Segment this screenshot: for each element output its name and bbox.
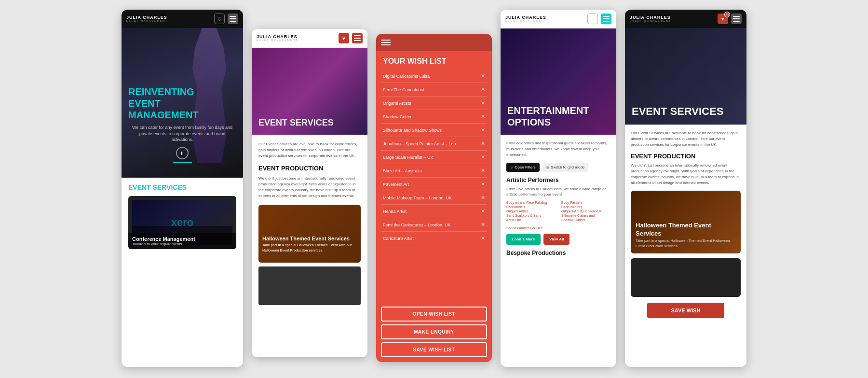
wish-item-remove-7[interactable]: ✕ [481,154,485,160]
phone2-body: Our Event Services are available to book… [252,135,367,312]
wish-item-remove-5[interactable]: ✕ [481,127,485,133]
phone3-header [376,34,492,51]
link-origami-uk[interactable]: Origami-Artists-for-Hire-UK [561,210,610,213]
link-shadow-cutters[interactable]: Shadow Cutters [561,218,610,222]
wish-item-label-9: Pavement Art [383,182,409,187]
view-all-button[interactable]: View All [543,234,570,245]
link-body-painters[interactable]: Body Painters [561,201,610,204]
menu-icon-3[interactable] [381,38,391,47]
wishlist-icon-1[interactable]: ♡ [214,14,225,24]
wish-item-remove-12[interactable]: ✕ [481,222,485,228]
grid-mode-button[interactable]: ⊞ Switch to grid mode [542,163,588,172]
phone4-hero-desc: From celebrities and inspirational guest… [506,140,610,158]
wish-item-4: Shadow Cutter ✕ [381,110,487,124]
wish-item-label-13: Caricature Artist [383,236,414,241]
wish-item-12: Femi the Caricaturist – London, UK ✕ [381,218,487,232]
phone-5: JULIA CHARLES EVENT MANAGEMENT ♥ 13 EVEN… [625,10,746,367]
halloween-card-desc: Take part in a special Halloween Themed … [262,243,357,253]
wish-item-label-1: Digital Caricaturist Luisa [383,74,430,79]
wish-item-remove-3[interactable]: ✕ [481,100,485,106]
wish-item-remove-11[interactable]: ✕ [481,208,485,214]
wish-list-title: YOUR WISH LIST [376,51,492,70]
link-caricaturists[interactable]: Caricaturists [506,205,556,209]
phone5-halloween-card[interactable]: Halloween Themed Event Services Take par… [631,191,741,253]
phone1-header: JULIA CHARLES EVENT MANAGEMENT ♡ [122,10,243,28]
phone2-header: JULIA CHARLES EVENT MANAGEMENT ♥ [252,29,367,48]
artistic-performers-title: Artistic Performers [506,177,610,183]
phone1-hero: REINVENTING EVENT MANAGEMENT We can cate… [122,28,243,178]
wish-item-remove-1[interactable]: ✕ [481,73,485,79]
header-icons-2: ♥ [339,33,363,43]
phone5-hero: EVENT SERVICES [625,28,746,125]
wish-item-label-12: Femi the Caricaturist – London, UK [383,223,451,227]
wish-item-remove-13[interactable]: ✕ [481,235,485,241]
wish-item-remove-6[interactable]: ✕ [481,140,485,147]
wish-item-remove-4[interactable]: ✕ [481,113,485,120]
hero-content-1: REINVENTING EVENT MANAGEMENT We can cate… [128,86,236,163]
julia-charles-logo-5: JULIA CHARLES EVENT MANAGEMENT [630,15,671,22]
hero-desc-1: We can cater for any event from family f… [128,125,236,143]
phone2-production-title: EVENT PRODUCTION [258,165,361,172]
phone5-halloween-title: Halloween Themed Event Services [636,222,736,238]
wish-list-container: Digital Caricaturist Luisa ✕ Femi The Ca… [376,70,492,302]
open-wish-list-button[interactable]: Open Wish List [381,307,487,322]
pause-button-1[interactable]: ⏸ [128,147,236,159]
phone2-hero-desc: Our Event Services are available to book… [258,141,361,159]
pause-circle[interactable]: ⏸ [176,147,189,159]
wish-item-remove-9[interactable]: ✕ [481,181,485,187]
wish-item-label-4: Shadow Cutter [383,114,412,119]
wish-item-remove-2[interactable]: ✕ [481,86,485,93]
julia-charles-logo-4: JULIA CHARLES EVENT MANAGEMENT [505,15,547,22]
link-speed-painters[interactable]: Speed Painters For Hire [506,226,610,230]
wishlist-icon-2[interactable]: ♥ [339,33,349,43]
save-wish-list-button[interactable]: Save Wish List [381,342,487,357]
wish-item-5: Silhouette and Shadow Shows ✕ [381,124,487,137]
link-artist-hire[interactable]: Artist Hire [506,218,556,222]
phone-2: JULIA CHARLES EVENT MANAGEMENT ♥ EVENT S… [252,29,367,357]
conference-card[interactable]: xero Conference Management Tailored to y… [128,196,236,249]
wish-actions: Open Wish List Make Enquiry Save Wish Li… [376,302,492,362]
filter-bar: ⌄ Open Filters ⊞ Switch to grid mode [506,163,610,172]
link-sand-sculptors[interactable]: Sand Sculptors & Sand [506,214,556,217]
header-icons-5: ♥ 13 [718,14,742,24]
save-wish-bar: Save Wish [631,303,741,318]
wishlist-icon-5[interactable]: ♥ 13 [718,14,728,24]
link-body-art[interactable]: Body art and Face Painting [506,201,556,204]
wish-item-9: Pavement Art ✕ [381,178,487,191]
wish-item-remove-8[interactable]: ✕ [481,168,485,174]
event-services-section-1: EVENT SERVICES xero Conference Managemen… [122,178,243,255]
link-face-painters[interactable]: Face Painters [561,205,610,209]
logo-sub-1: EVENT MANAGEMENT [126,20,168,22]
menu-icon-4[interactable] [601,14,611,24]
wishlist-icon-4[interactable]: ♡ [587,14,598,24]
bespoke-productions-title: Bespoke Productions [506,250,610,256]
phone5-hero-title: EVENT SERVICES [632,105,723,118]
phone4-header: JULIA CHARLES EVENT MANAGEMENT ♡ [501,10,616,28]
phone2-halloween-card[interactable]: Halloween Themed Event Services Take par… [258,205,361,263]
link-origami-artists[interactable]: Origami Artists [506,210,556,213]
save-wish-button[interactable]: Save Wish [647,303,725,318]
open-filters-button[interactable]: ⌄ Open Filters [506,163,540,172]
wish-item-11: Henna Artist ✕ [381,205,487,218]
wish-item-label-6: Jonathan – Speed Painter Artist – Lon... [383,141,460,146]
phone2-production-desc: We didn't just become an internationally… [258,176,361,199]
load-1-more-button[interactable]: Load 1 More [506,234,541,245]
wish-item-remove-10[interactable]: ✕ [481,195,485,201]
phone5-production-desc: We didn't just become an internationally… [631,163,741,186]
menu-icon-5[interactable] [731,14,742,24]
phone4-hero: ENTERTAINMENT OPTIONS [501,28,616,135]
link-silhouette-cutters[interactable]: Silhouette Cutters and [561,214,610,217]
menu-icon-1[interactable] [228,14,238,24]
phone-3-wishlist: YOUR WISH LIST Digital Caricaturist Luis… [376,34,492,362]
menu-icon-2[interactable] [352,33,363,43]
logo-sub-2: EVENT MANAGEMENT [257,39,298,42]
phone2-small-card [258,266,361,305]
wish-item-7: Large Scale Muralist – UK ✕ [381,151,487,164]
phone2-hero-title: EVENT SERVICES [258,118,334,128]
wish-item-2: Femi The Caricaturist ✕ [381,83,487,97]
halloween-card-title: Halloween Themed Event Services [262,235,357,242]
make-enquiry-button[interactable]: Make Enquiry [381,324,487,339]
load-more-bar: Load 1 More View All [506,234,610,245]
wish-item-1: Digital Caricaturist Luisa ✕ [381,70,487,83]
wish-item-13: Caricature Artist ✕ [381,232,487,245]
